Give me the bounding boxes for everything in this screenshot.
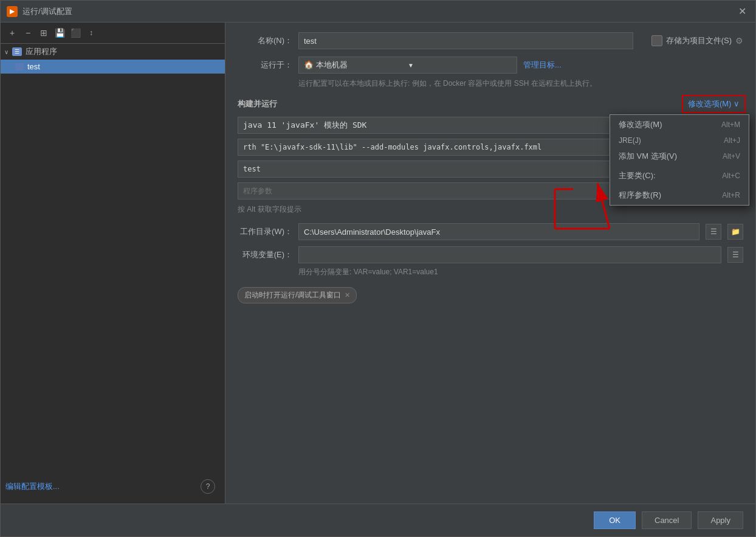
remove-config-button[interactable]: − xyxy=(21,26,35,40)
edit-template-link[interactable]: 编辑配置模板... xyxy=(5,481,60,492)
workdir-row: 工作目录(W)： ☰ 📁 xyxy=(238,223,743,240)
modify-options-dropdown: 修改选项(M) Alt+M JRE(J) Alt+J 添加 VM 选项(V) A… xyxy=(610,114,749,206)
modify-options-container: 修改选项(M) ∨ 修改选项(M) Alt+M JRE(J) Alt+J xyxy=(684,97,743,111)
dialog-footer: OK Cancel Apply xyxy=(1,504,755,536)
main-content: + − ⊞ 💾 ⬛ ↕ xyxy=(1,23,755,504)
modify-options-button[interactable]: 修改选项(M) ∨ xyxy=(684,97,743,111)
run-debug-config-dialog: ▶ 运行/调试配置 ✕ + − ⊞ 💾 ⬛ xyxy=(0,0,756,537)
workdir-input[interactable] xyxy=(298,223,699,240)
left-bottom-bar: 编辑配置模板... ? xyxy=(1,472,225,504)
run-on-select[interactable]: 🏠 本地机器 ▼ xyxy=(298,57,517,74)
build-run-section-header: 构建并运行 修改选项(M) ∨ 修改选项(M) Alt+M xyxy=(238,97,743,111)
workdir-label: 工作目录(W)： xyxy=(238,226,292,237)
section-header-right: 修改选项(M) ∨ 修改选项(M) Alt+M JRE(J) Alt+J xyxy=(684,97,743,111)
name-row: 名称(N)： 存储为项目文件(S) ⚙ xyxy=(238,32,743,49)
ok-button[interactable]: OK xyxy=(594,511,636,529)
dropdown-item-main-class[interactable]: 主要类(C): Alt+C xyxy=(610,166,749,185)
dropdown-jre-label: JRE(J) Alt+J xyxy=(610,134,749,147)
save-to-project-checkbox[interactable] xyxy=(651,35,662,46)
env-row: 环境变量(E)： ☰ xyxy=(238,246,743,263)
run-on-value: 🏠 本地机器 xyxy=(304,60,408,71)
app-icon: ▶ xyxy=(7,6,18,17)
env-hint: 用分号分隔变量: VAR=value; VAR1=value1 xyxy=(298,267,743,277)
tag-row: 启动时打开运行/调试工具窗口 ✕ xyxy=(238,287,743,303)
move-config-button[interactable]: ⬛ xyxy=(69,26,82,40)
select-arrow-icon: ▼ xyxy=(408,62,512,69)
right-panel: 名称(N)： 存储为项目文件(S) ⚙ 运行于： 🏠 本地机器 ▼ 管理目标..… xyxy=(225,23,755,504)
left-panel: + − ⊞ 💾 ⬛ ↕ xyxy=(1,23,225,504)
settings-icon[interactable]: ⚙ xyxy=(735,36,743,46)
manage-targets-link[interactable]: 管理目标... xyxy=(523,60,562,71)
name-input[interactable] xyxy=(298,32,633,49)
modify-btn-arrow-icon: ∨ xyxy=(734,99,740,108)
tree-arrow-icon: ∨ xyxy=(4,49,9,55)
tag-close-button[interactable]: ✕ xyxy=(345,291,350,299)
tree-parent-label: 应用程序 xyxy=(26,46,57,57)
copy-config-button[interactable]: ⊞ xyxy=(37,26,50,40)
field-hint: 按 Alt 获取字段提示 xyxy=(238,204,743,215)
run-on-info: 运行配置可以在本地或目标上执行: 例如，在 Docker 容器中或使用 SSH … xyxy=(298,78,743,89)
cancel-button[interactable]: Cancel xyxy=(642,511,692,529)
run-on-row: 运行于： 🏠 本地机器 ▼ 管理目标... xyxy=(238,57,743,74)
help-button[interactable]: ? xyxy=(201,479,215,494)
name-label: 名称(N)： xyxy=(238,35,292,46)
config-tree: ∨ ☰ 应用程序 test xyxy=(1,44,225,74)
workdir-browse-icon[interactable]: 📁 xyxy=(727,224,743,240)
env-label: 环境变量(E)： xyxy=(238,249,292,260)
close-button[interactable]: ✕ xyxy=(735,4,749,19)
env-edit-icon[interactable]: ☰ xyxy=(727,247,743,263)
add-config-button[interactable]: + xyxy=(5,26,19,40)
workdir-edit-icon[interactable]: ☰ xyxy=(706,224,721,240)
tree-item-application[interactable]: ∨ ☰ 应用程序 xyxy=(1,44,225,60)
section-title: 构建并运行 xyxy=(238,99,277,109)
apply-button[interactable]: Apply xyxy=(698,511,743,529)
save-to-project-label: 存储为项目文件(S) xyxy=(666,35,732,46)
application-folder-icon: ☰ xyxy=(12,47,22,56)
run-on-label: 运行于： xyxy=(238,60,292,71)
dropdown-item-program-args[interactable]: 程序参数(R) Alt+R xyxy=(610,185,749,205)
tree-child-label: test xyxy=(27,62,40,71)
config-toolbar: + − ⊞ 💾 ⬛ ↕ xyxy=(1,23,225,44)
test-config-icon xyxy=(15,63,24,71)
sort-config-button[interactable]: ↕ xyxy=(84,26,98,40)
title-bar: ▶ 运行/调试配置 ✕ xyxy=(1,1,755,23)
tree-item-test[interactable]: test xyxy=(1,60,225,74)
dropdown-item-modify[interactable]: 修改选项(M) Alt+M xyxy=(610,115,749,134)
dialog-title: 运行/调试配置 xyxy=(22,6,735,17)
env-input[interactable] xyxy=(298,246,721,263)
launch-tag: 启动时打开运行/调试工具窗口 ✕ xyxy=(238,287,357,303)
dropdown-item-vm-options[interactable]: 添加 VM 选项(V) Alt+V xyxy=(610,147,749,166)
tag-label: 启动时打开运行/调试工具窗口 xyxy=(244,290,341,300)
save-config-button[interactable]: 💾 xyxy=(53,26,66,40)
